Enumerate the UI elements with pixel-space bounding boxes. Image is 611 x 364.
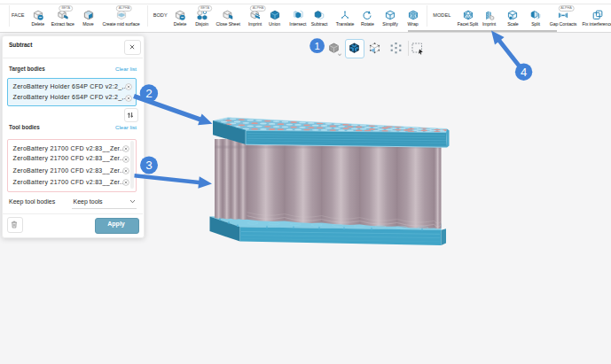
svg-text:2: 2 bbox=[145, 87, 153, 100]
svg-text:1: 1 bbox=[314, 41, 319, 51]
svg-text:3: 3 bbox=[145, 159, 153, 172]
svg-text:4: 4 bbox=[521, 66, 527, 79]
